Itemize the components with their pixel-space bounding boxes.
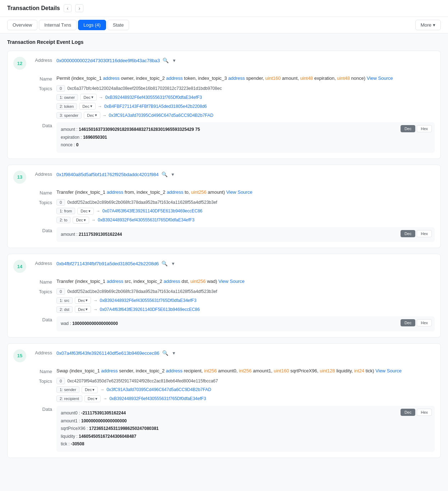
search-icon-15[interactable]: 🔍 — [161, 349, 170, 357]
data-section-13: amount : 211175391305162244 Dec Hex — [56, 227, 435, 242]
dec-btn-13[interactable]: Dec — [401, 230, 416, 237]
hex-btn-13[interactable]: Hex — [417, 230, 432, 237]
topic-arrow-12-3: → — [102, 113, 107, 118]
topic-label-13-1: 1: from — [56, 208, 75, 214]
topic-format-12-1[interactable]: Dec — [80, 94, 97, 101]
topic-format-12-2[interactable]: Dec — [79, 103, 96, 110]
data-label-15: Data — [31, 406, 52, 412]
topics-label-14: Topics — [31, 288, 52, 294]
tab-overview[interactable]: Overview — [7, 20, 37, 30]
topic-format-14-2[interactable]: Dec — [75, 306, 91, 313]
tab-state[interactable]: State — [108, 20, 129, 30]
address-label-15: Address — [31, 349, 52, 355]
topic-value-12-1[interactable]: 0xB392448932F6ef430555631f765Df0dfaE34ef… — [105, 95, 202, 100]
topic-hash-12-0: 0xc6a377bfc4eb120024a8ac08eef205be16b817… — [67, 86, 222, 91]
topic-value-15-2[interactable]: 0xB392448932F6ef430555631f765Df0dfaE34ef… — [109, 396, 206, 401]
topic-row-14-0: 0 0xddf252ad1be2c89b69c2b068fc378daa952b… — [56, 288, 435, 295]
data-actions-14: Dec Hex — [401, 319, 432, 326]
topics-12: 0 0xc6a377bfc4eb120024a8ac08eef205be16b8… — [56, 85, 435, 119]
topic-arrow-15-2: → — [103, 396, 107, 401]
topic-index-15-0: 0 — [56, 378, 65, 384]
chevron-down-icon-13[interactable]: ▾ — [170, 171, 175, 178]
dec-btn-12[interactable]: Dec — [401, 125, 416, 132]
topic-row-13-0: 0 0xddf252ad1be2c89b69c2b068fc378daa952b… — [56, 199, 435, 206]
topic-value-14-1[interactable]: 0xB392448932F6ef430555631f765Df0dfaE34ef… — [100, 298, 196, 303]
topic-format-12-3[interactable]: Dec — [84, 112, 100, 119]
search-icon-14[interactable]: 🔍 — [160, 260, 169, 267]
topic-value-13-1[interactable]: 0x07A4f63f643fE39261140DF5E613b9469eccEC… — [102, 208, 202, 214]
address-link-14[interactable]: 0xb4fbf271143f4fbf7b91a5ded31805e42b2208… — [56, 261, 159, 266]
address-label-13: Address — [31, 171, 52, 177]
log-card-15: 15 Address 0x07a4f63f643fe39261140df5e61… — [7, 343, 441, 458]
tab-internal-txns[interactable]: Internal Txns — [39, 20, 77, 30]
topic-row-12-2: 2: token Dec → 0xB4FBF271143F4FBf7B91A5d… — [56, 103, 435, 110]
topic-format-15-1[interactable]: Dec — [82, 386, 98, 393]
view-source-15[interactable]: View Source — [375, 368, 402, 373]
topic-value-13-2[interactable]: 0xB392448932F6ef430555631f765Df0dfaE34ef… — [98, 217, 195, 222]
topics-label-12: Topics — [31, 85, 52, 91]
topic-arrow-12-1: → — [99, 95, 103, 100]
log-number-14: 14 — [13, 260, 26, 273]
topic-label-15-2: 2: recipient — [56, 395, 82, 402]
topic-value-12-3[interactable]: 0x3fC91A3afd70395Cd496C647d5a6CC9D4B2b7F… — [109, 113, 214, 118]
hex-btn-14[interactable]: Hex — [417, 319, 432, 326]
address-link-15[interactable]: 0x07a4f63f643fe39261140df5e613b9469eccec… — [56, 350, 159, 356]
tab-logs[interactable]: Logs (4) — [78, 20, 106, 30]
address-link-13[interactable]: 0x1f9840a85d5af5bf1d1762f925bdaddc4201f9… — [56, 172, 159, 177]
chevron-down-icon-14[interactable]: ▾ — [170, 260, 176, 267]
dec-btn-15[interactable]: Dec — [401, 409, 416, 416]
topic-row-15-1: 1: sender Dec → 0x3fC91A3afd70395Cd496C6… — [56, 386, 435, 393]
topic-arrow-15-1: → — [100, 387, 104, 392]
topic-arrow-14-2: → — [93, 307, 97, 312]
dec-btn-14[interactable]: Dec — [401, 319, 416, 326]
topic-format-13-1[interactable]: Dec — [77, 208, 94, 215]
topic-label-12-2: 2: token — [56, 103, 77, 110]
topic-arrow-13-1: → — [96, 208, 100, 214]
address-label-14: Address — [31, 260, 52, 266]
data-text-14: wad : 1000000000000000000 — [61, 320, 430, 328]
topic-value-15-1[interactable]: 0x3fC91A3afd70395Cd496C647d5a6CC9D4B2b7F… — [106, 387, 211, 392]
topic-arrow-14-1: → — [93, 298, 97, 303]
topic-row-12-1: 1: owner Dec → 0xB392448932F6ef430555631… — [56, 94, 435, 101]
data-section-14: wad : 1000000000000000000 Dec Hex — [56, 316, 435, 331]
topic-row-13-2: 2: to Dec → 0xB392448932F6ef430555631f76… — [56, 217, 435, 224]
data-section-15: amount0 : -211175391305162244 amount1 : … — [56, 406, 435, 452]
topic-format-14-1[interactable]: Dec — [75, 297, 91, 304]
topic-label-13-2: 2: to — [56, 217, 70, 223]
more-button[interactable]: More — [415, 20, 441, 30]
topic-index-13-0: 0 — [56, 199, 65, 206]
address-link-12[interactable]: 0x00000000022d473030f116ddee9f6b43ac78ba… — [56, 58, 160, 63]
topic-value-14-2[interactable]: 0x07A4f63f643fE39261140DF5E613b9469eccEC… — [100, 307, 200, 312]
view-source-13[interactable]: View Source — [226, 189, 252, 195]
name-value-12: Permit (index_topic_1 address owner, ind… — [56, 75, 435, 81]
hex-btn-12[interactable]: Hex — [417, 125, 432, 132]
data-label-14: Data — [31, 316, 52, 322]
topic-hash-13-0: 0xddf252ad1be2c89b69c2b068fc378daa952ba7… — [67, 200, 217, 205]
prev-button[interactable]: ‹ — [64, 4, 72, 12]
topic-row-12-3: 3: spender Dec → 0x3fC91A3afd70395Cd496C… — [56, 112, 435, 119]
topic-format-13-2[interactable]: Dec — [73, 217, 89, 224]
section-title: Transaction Receipt Event Logs — [7, 39, 441, 45]
address-label: Address — [31, 57, 52, 63]
name-label-14: Name — [31, 279, 52, 285]
data-label-12: Data — [31, 122, 52, 128]
main-content: Transaction Receipt Event Logs 12 Addres… — [0, 33, 448, 469]
topics-14: 0 0xddf252ad1be2c89b69c2b068fc378daa952b… — [56, 288, 435, 313]
topic-format-15-2[interactable]: Dec — [84, 395, 101, 402]
data-actions-13: Dec Hex — [401, 230, 432, 237]
next-button[interactable]: › — [75, 4, 83, 12]
topic-label-12-3: 3: spender — [56, 112, 82, 119]
hex-btn-15[interactable]: Hex — [417, 409, 432, 416]
topic-label-15-1: 1: sender — [56, 386, 79, 393]
view-source-12[interactable]: View Source — [367, 75, 393, 81]
name-value-15: Swap (index_topic_1 address sender, inde… — [56, 368, 435, 373]
topic-value-12-2[interactable]: 0xB4FBF271143F4FBf7B91A5ded31805e42b2208… — [104, 104, 207, 109]
search-icon-13[interactable]: 🔍 — [160, 171, 169, 178]
data-text-13: amount : 211175391305162244 — [61, 231, 430, 239]
chevron-down-icon-15[interactable]: ▾ — [171, 349, 177, 357]
search-icon-12[interactable]: 🔍 — [161, 57, 170, 64]
topic-row-15-0: 0 0xc42079f94a6350d7e6235f29174924f928cc… — [56, 378, 435, 384]
topic-arrow-13-2: → — [91, 217, 96, 222]
chevron-down-icon-12[interactable]: ▾ — [172, 57, 177, 64]
view-source-14[interactable]: View Source — [218, 279, 244, 284]
